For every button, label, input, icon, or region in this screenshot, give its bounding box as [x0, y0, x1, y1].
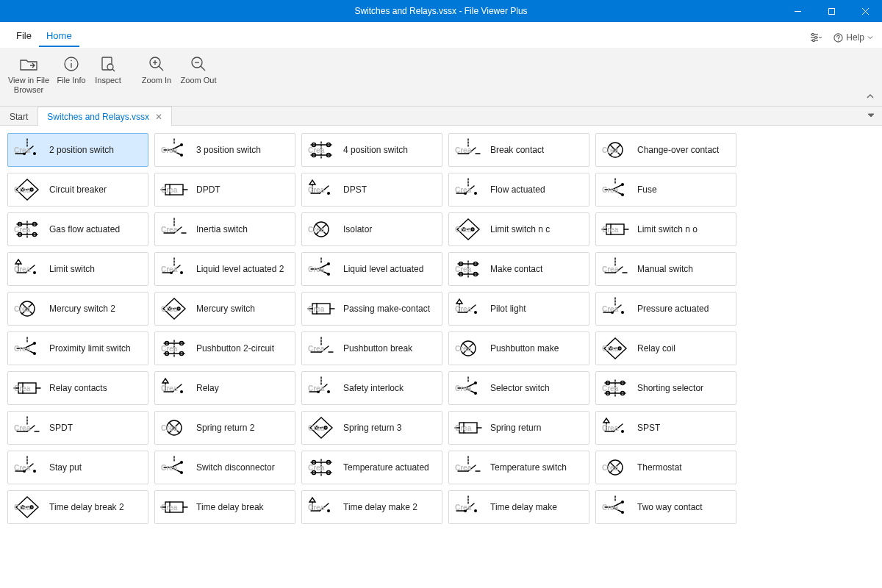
stencil-item[interactable]: Crea Mercury switch 2 — [7, 292, 148, 326]
svg-rect-161 — [18, 383, 36, 393]
stencil-item[interactable]: Crea Pushbutton make — [448, 331, 589, 365]
stencil-item[interactable]: Crea Spring return 3 — [301, 411, 442, 445]
stencil-item[interactable]: Crea Pushbutton 2-circuit — [154, 331, 295, 365]
svg-point-131 — [474, 311, 477, 314]
stencil-item[interactable]: Crea Isolator — [301, 212, 442, 246]
stencil-item[interactable]: Crea Proximity limit switch — [7, 331, 148, 365]
menu-bar: File Home Help — [0, 22, 882, 48]
stencil-item[interactable]: Crea SPDT — [7, 411, 148, 445]
maximize-button[interactable] — [814, 0, 848, 22]
tab-close-icon[interactable]: ✕ — [155, 112, 162, 122]
svg-point-215 — [180, 471, 183, 474]
stencil-item[interactable]: Crea Pressure actuated — [595, 292, 736, 326]
svg-point-14 — [71, 60, 72, 62]
stencil-item[interactable]: Crea 4 position switch — [301, 133, 442, 167]
tab-document[interactable]: Switches and Relays.vssx ✕ — [37, 107, 172, 126]
stencil-item[interactable]: Crea Temperature switch — [448, 451, 589, 484]
collapse-ribbon-button[interactable] — [866, 92, 875, 103]
svg-point-7 — [815, 37, 817, 39]
stencil-item[interactable]: Crea Circuit breaker — [7, 173, 148, 207]
stencil-thumb: Crea — [453, 217, 483, 242]
stencil-item[interactable]: Crea Spring return 2 — [154, 411, 295, 445]
svg-point-64 — [464, 192, 467, 195]
stencil-item[interactable]: Crea Limit switch n o — [595, 212, 736, 246]
stencil-item[interactable]: Crea Change-over contact — [595, 133, 736, 167]
zoom-in-button[interactable]: Zoom In — [137, 52, 176, 85]
stencil-item[interactable]: Crea Liquid level actuated 2 — [154, 252, 295, 286]
stencil-item[interactable]: Crea Selector switch — [448, 371, 589, 405]
tab-start[interactable]: Start — [0, 107, 37, 126]
stencil-label: Spring return 2 — [196, 423, 254, 433]
stencil-item[interactable]: Crea Pilot light — [448, 292, 589, 326]
stencil-item[interactable]: Crea Relay — [154, 371, 295, 405]
stencil-item[interactable]: Crea Pushbutton break — [301, 331, 442, 365]
stencil-label: Stay put — [49, 462, 82, 473]
stencil-item[interactable]: Crea Stay put — [7, 451, 148, 484]
stencil-item[interactable]: Crea Thermostat — [595, 451, 736, 484]
stencil-item[interactable]: Crea Shorting selector — [595, 371, 736, 405]
stencil-item[interactable]: Crea Make contact — [448, 252, 589, 286]
stencil-item[interactable]: Crea Mercury switch — [154, 292, 295, 326]
stencil-item[interactable]: Crea Fuse — [595, 173, 736, 207]
info-icon — [53, 54, 90, 74]
menu-home[interactable]: Home — [39, 26, 79, 47]
stencil-thumb: Crea — [306, 177, 336, 202]
stencil-label: Change-over contact — [637, 145, 719, 155]
stencil-item[interactable]: Crea Time delay break 2 — [7, 490, 148, 524]
stencil-content[interactable]: Crea 2 position switch Crea 3 position s… — [0, 126, 882, 588]
stencil-item[interactable]: Crea Safety interlock — [301, 371, 442, 405]
stencil-item[interactable]: Crea Time delay make — [448, 490, 589, 524]
close-button[interactable] — [848, 0, 882, 22]
minimize-button[interactable] — [781, 0, 814, 22]
stencil-item[interactable]: Crea 3 position switch — [154, 133, 295, 167]
stencil-label: Spring return — [490, 423, 541, 433]
stencil-item[interactable]: Crea Temperature actuated — [301, 451, 442, 484]
svg-point-251 — [621, 511, 624, 514]
svg-line-225 — [468, 465, 476, 471]
ribbon-label: Zoom In — [137, 76, 176, 85]
stencil-item[interactable]: Crea Break contact — [448, 133, 589, 167]
stencil-thumb: Crea — [306, 415, 336, 440]
stencil-item[interactable]: Crea Time delay break — [154, 490, 295, 524]
svg-point-65 — [474, 192, 477, 195]
settings-button[interactable] — [810, 33, 822, 42]
stencil-label: Break contact — [490, 145, 544, 155]
zoom-out-button[interactable]: Zoom Out — [177, 52, 220, 85]
inspect-button[interactable]: Inspect — [91, 52, 125, 95]
svg-rect-1 — [828, 8, 834, 14]
stencil-label: Temperature actuated — [343, 462, 429, 473]
stencil-item[interactable]: Crea DPST — [301, 173, 442, 207]
stencil-item[interactable]: Crea Flow actuated — [448, 173, 589, 207]
stencil-item[interactable]: Crea Relay coil — [595, 331, 736, 365]
help-button[interactable]: Help — [833, 32, 873, 43]
svg-line-166 — [173, 384, 182, 392]
svg-line-45 — [468, 148, 476, 154]
stencil-item[interactable]: Crea Limit switch n c — [448, 212, 589, 246]
stencil-thumb: Crea — [159, 415, 189, 440]
stencil-item[interactable]: Crea 2 position switch — [7, 133, 148, 167]
stencil-thumb: Crea — [600, 137, 630, 162]
stencil-item[interactable]: Crea Liquid level actuated — [301, 252, 442, 286]
stencil-item[interactable]: Crea Inertia switch — [154, 212, 295, 246]
stencil-item[interactable]: Crea Passing make-contact — [301, 292, 442, 326]
file-info-button[interactable]: File Info — [53, 52, 90, 95]
menu-file[interactable]: File — [9, 26, 39, 47]
stencil-label: Time delay make 2 — [343, 502, 417, 512]
stencil-item[interactable]: Crea Two way contact — [595, 490, 736, 524]
stencil-item[interactable]: Crea Switch disconnector — [154, 451, 295, 484]
stencil-item[interactable]: Crea Limit switch — [7, 252, 148, 286]
stencil-thumb: Crea — [159, 177, 189, 202]
stencil-item[interactable]: Crea SPST — [595, 411, 736, 445]
svg-point-208 — [23, 470, 26, 473]
stencil-thumb: Crea — [453, 257, 483, 282]
stencil-item[interactable]: Crea Spring return — [448, 411, 589, 445]
stencil-item[interactable]: Crea DPDT — [154, 173, 295, 207]
view-in-file-browser-button[interactable]: View in File Browser — [6, 52, 51, 95]
tab-overflow-button[interactable] — [860, 111, 882, 121]
stencil-item[interactable]: Crea Relay contacts — [7, 371, 148, 405]
stencil-label: Two way contact — [637, 502, 703, 512]
stencil-item[interactable]: Crea Gas flow actuated — [7, 212, 148, 246]
stencil-item[interactable]: Crea Time delay make 2 — [301, 490, 442, 524]
stencil-item[interactable]: Crea Manual switch — [595, 252, 736, 286]
svg-point-28 — [23, 152, 26, 155]
